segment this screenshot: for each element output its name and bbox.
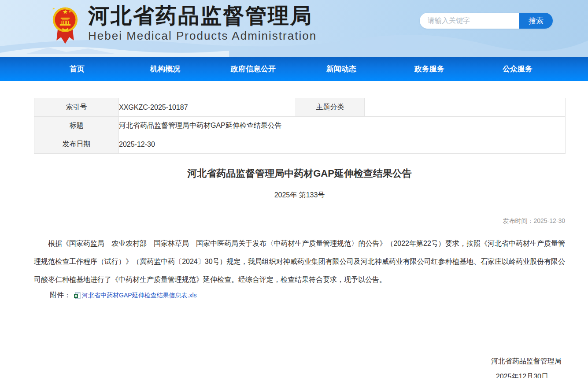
table-row: 索引号 XXGKZC-2025-10187 主题分类 xyxy=(34,98,566,117)
nav-item-gov-info[interactable]: 政府信息公开 xyxy=(209,57,297,81)
signature-agency: 河北省药品监督管理局 xyxy=(34,356,565,366)
info-label-publish-date: 发布日期 xyxy=(34,135,119,154)
info-label-title: 标题 xyxy=(34,117,119,135)
info-label-index-number: 索引号 xyxy=(34,98,119,117)
attachment-link[interactable]: 河北省中药材GAP延伸检查结果信息表.xls xyxy=(82,292,197,300)
publish-time: 发布时间：2025-12-30 xyxy=(34,217,565,225)
nav-item-home[interactable]: 首页 xyxy=(33,57,121,81)
site-title-english: Hebei Medical Products Administration xyxy=(88,29,317,42)
info-label-topic-category: 主题分类 xyxy=(296,98,365,117)
signature-date: 2025年12月30日 xyxy=(34,372,565,378)
signature-block: 河北省药品监督管理局 2025年12月30日 xyxy=(34,356,565,378)
issue-number: 2025年 第133号 xyxy=(34,191,565,200)
table-row: 发布日期 2025-12-30 xyxy=(34,135,566,154)
divider xyxy=(34,213,565,213)
attachment-label: 附件： xyxy=(50,291,71,300)
article-content: 索引号 XXGKZC-2025-10187 主题分类 标题 河北省药品监督管理局… xyxy=(34,98,565,378)
info-value-topic-category xyxy=(365,98,566,117)
site-title: 河北省药品监督管理局 Hebei Medical Products Admini… xyxy=(88,4,317,42)
search-input[interactable] xyxy=(420,13,519,29)
nav-item-public-services[interactable]: 公众服务 xyxy=(473,57,562,81)
search-button[interactable]: 搜索 xyxy=(519,13,553,29)
info-value-index-number: XXGKZC-2025-10187 xyxy=(119,98,296,117)
excel-file-icon[interactable] xyxy=(74,292,81,299)
attachment-row: 附件： 河北省中药材GAP延伸检查结果信息表.xls xyxy=(34,291,565,300)
site-header: 河北省药品监督管理局 Hebei Medical Products Admini… xyxy=(0,0,588,57)
nav-item-gov-services[interactable]: 政务服务 xyxy=(385,57,473,81)
page: 河北省药品监督管理局 Hebei Medical Products Admini… xyxy=(0,0,588,378)
article-body: 根据《国家药监局 农业农村部 国家林草局 国家中医药局关于发布〈中药材生产质量管… xyxy=(34,234,565,289)
search-bar: 搜索 xyxy=(420,13,553,29)
nav-item-news[interactable]: 新闻动态 xyxy=(297,57,385,81)
nav-item-organization[interactable]: 机构概况 xyxy=(121,57,209,81)
nav-items-container: 首页 机构概况 政府信息公开 新闻动态 政务服务 公众服务 xyxy=(33,57,562,81)
info-value-publish-date: 2025-12-30 xyxy=(119,135,566,154)
table-row: 标题 河北省药品监督管理局中药材GAP延伸检查结果公告 xyxy=(34,117,566,135)
site-title-chinese: 河北省药品监督管理局 xyxy=(88,4,317,28)
document-info-table: 索引号 XXGKZC-2025-10187 主题分类 标题 河北省药品监督管理局… xyxy=(34,98,566,154)
info-value-title: 河北省药品监督管理局中药材GAP延伸检查结果公告 xyxy=(119,117,566,135)
main-navigation: 首页 机构概况 政府信息公开 新闻动态 政务服务 公众服务 xyxy=(0,57,588,81)
page-title: 河北省药品监督管理局中药材GAP延伸检查结果公告 xyxy=(34,167,565,180)
national-emblem-logo[interactable] xyxy=(52,4,78,46)
